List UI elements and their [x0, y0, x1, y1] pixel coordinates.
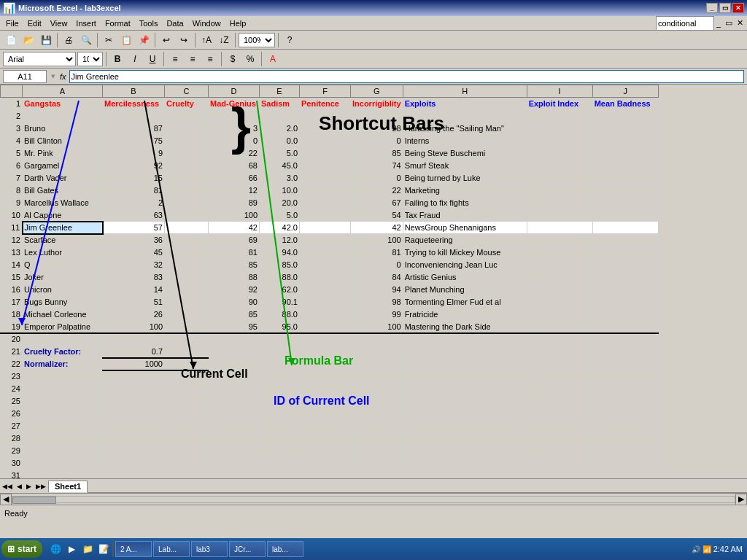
- cell-10-1[interactable]: 63: [103, 209, 165, 222]
- cut-button[interactable]: ✂: [101, 32, 117, 48]
- cell-13-2[interactable]: [165, 246, 209, 259]
- cell-22-0[interactable]: Normalizer:: [23, 358, 103, 370]
- cell-27-4[interactable]: [260, 420, 300, 432]
- cell-15-9[interactable]: [592, 271, 658, 284]
- cell-2-9[interactable]: [592, 110, 658, 122]
- h-scrollbar-thumb[interactable]: [12, 497, 56, 504]
- cell-9-4[interactable]: 20.0: [260, 197, 300, 209]
- paste-button[interactable]: 📌: [136, 32, 152, 48]
- preview-button[interactable]: 🔍: [78, 32, 94, 48]
- cell-4-9[interactable]: [592, 135, 658, 147]
- scroll-left-button[interactable]: ◀: [0, 494, 12, 505]
- font-size-dropdown[interactable]: 10: [77, 52, 103, 66]
- cell-25-1[interactable]: [103, 395, 165, 408]
- col-header-D[interactable]: D: [209, 85, 260, 98]
- cell-8-7[interactable]: Marketing: [403, 184, 527, 197]
- cell-12-7[interactable]: Raqueteering: [403, 234, 527, 246]
- sort-asc-button[interactable]: ↑A: [198, 32, 214, 48]
- taskbar-item-2[interactable]: lab3: [191, 541, 228, 557]
- cell-13-1[interactable]: 45: [103, 246, 165, 259]
- tab-scroll-right[interactable]: ▶: [24, 483, 34, 490]
- cell-29-5[interactable]: [300, 445, 351, 457]
- align-left-button[interactable]: ≡: [167, 51, 183, 67]
- zoom-dropdown[interactable]: 100%: [239, 33, 275, 47]
- cell-27-7[interactable]: [403, 420, 527, 432]
- cell-21-9[interactable]: [592, 346, 658, 358]
- cell-5-0[interactable]: Mr. Pink: [23, 147, 103, 160]
- cell-1-8[interactable]: Exploit Index: [527, 98, 592, 110]
- cell-17-0[interactable]: Bugs Bunny: [23, 296, 103, 308]
- cell-reference-input[interactable]: [3, 70, 47, 83]
- cell-9-1[interactable]: 2: [103, 197, 165, 209]
- cell-17-8[interactable]: [527, 296, 592, 308]
- cell-12-8[interactable]: [527, 234, 592, 246]
- cell-23-7[interactable]: [403, 370, 527, 383]
- cell-29-1[interactable]: [103, 445, 165, 457]
- cell-7-8[interactable]: [527, 172, 592, 184]
- cell-5-1[interactable]: 9: [103, 147, 165, 160]
- cell-4-6[interactable]: 0: [351, 135, 403, 147]
- menu-edit[interactable]: Edit: [23, 18, 46, 28]
- cell-30-8[interactable]: [527, 457, 592, 470]
- cell-18-2[interactable]: [165, 308, 209, 321]
- cell-2-4[interactable]: [260, 110, 300, 122]
- cell-28-7[interactable]: [403, 432, 527, 445]
- toolbar-minimize-icon[interactable]: _: [714, 19, 723, 28]
- cell-31-9[interactable]: [592, 470, 658, 479]
- launch4-icon[interactable]: 📝: [96, 541, 111, 557]
- cell-27-6[interactable]: [351, 420, 403, 432]
- cell-9-9[interactable]: [592, 197, 658, 209]
- cell-8-0[interactable]: Bill Gates: [23, 184, 103, 197]
- cell-7-5[interactable]: [300, 172, 351, 184]
- cell-16-7[interactable]: Planet Munching: [403, 284, 527, 296]
- start-button[interactable]: ⊞ start: [1, 540, 42, 558]
- redo-button[interactable]: ↪: [176, 32, 192, 48]
- menu-file[interactable]: File: [1, 18, 23, 28]
- cell-26-2[interactable]: [165, 408, 209, 420]
- col-header-E[interactable]: E: [260, 85, 300, 98]
- cell-17-9[interactable]: [592, 296, 658, 308]
- cell-30-5[interactable]: [300, 457, 351, 470]
- cell-31-0[interactable]: [23, 470, 103, 479]
- cell-6-7[interactable]: Smurf Steak: [403, 160, 527, 172]
- cell-18-5[interactable]: [300, 308, 351, 321]
- menu-view[interactable]: View: [46, 18, 72, 28]
- ie-icon[interactable]: 🌐: [48, 541, 63, 557]
- cell-30-3[interactable]: [209, 457, 260, 470]
- cell-17-6[interactable]: 98: [351, 296, 403, 308]
- cell-19-7[interactable]: Mastering the Dark Side: [403, 321, 527, 333]
- cell-22-1[interactable]: 1000: [103, 358, 165, 370]
- cell-16-8[interactable]: [527, 284, 592, 296]
- cell-15-3[interactable]: 88: [209, 271, 260, 284]
- sheet-tab-sheet1[interactable]: Sheet1: [48, 481, 88, 492]
- cell-8-2[interactable]: [165, 184, 209, 197]
- cell-21-0[interactable]: Cruelty Factor:: [23, 346, 103, 358]
- cell-31-4[interactable]: [260, 470, 300, 479]
- cell-8-5[interactable]: [300, 184, 351, 197]
- col-header-G[interactable]: G: [351, 85, 403, 98]
- cell-20-4[interactable]: [260, 333, 300, 346]
- cell-7-2[interactable]: [165, 172, 209, 184]
- cell-22-6[interactable]: [351, 358, 403, 370]
- menu-window[interactable]: Window: [188, 18, 225, 28]
- cell-1-7[interactable]: Exploits: [403, 98, 527, 110]
- cell-23-6[interactable]: [351, 370, 403, 383]
- cell-2-0[interactable]: [23, 110, 103, 122]
- cell-14-5[interactable]: [300, 259, 351, 271]
- cell-12-5[interactable]: [300, 234, 351, 246]
- cell-6-9[interactable]: [592, 160, 658, 172]
- cell-16-9[interactable]: [592, 284, 658, 296]
- formula-input[interactable]: [69, 70, 744, 83]
- cell-27-9[interactable]: [592, 420, 658, 432]
- cell-28-4[interactable]: [260, 432, 300, 445]
- menu-format[interactable]: Format: [101, 18, 135, 28]
- cell-1-0[interactable]: Gangstas: [23, 98, 103, 110]
- menu-insert[interactable]: Insert: [71, 18, 101, 28]
- cell-25-7[interactable]: [403, 395, 527, 408]
- cell-10-2[interactable]: [165, 209, 209, 222]
- taskbar-item-4[interactable]: lab...: [267, 541, 303, 557]
- taskbar-item-3[interactable]: JCr...: [229, 541, 266, 557]
- cell-7-4[interactable]: 3.0: [260, 172, 300, 184]
- cell-15-1[interactable]: 83: [103, 271, 165, 284]
- bold-button[interactable]: B: [109, 51, 125, 67]
